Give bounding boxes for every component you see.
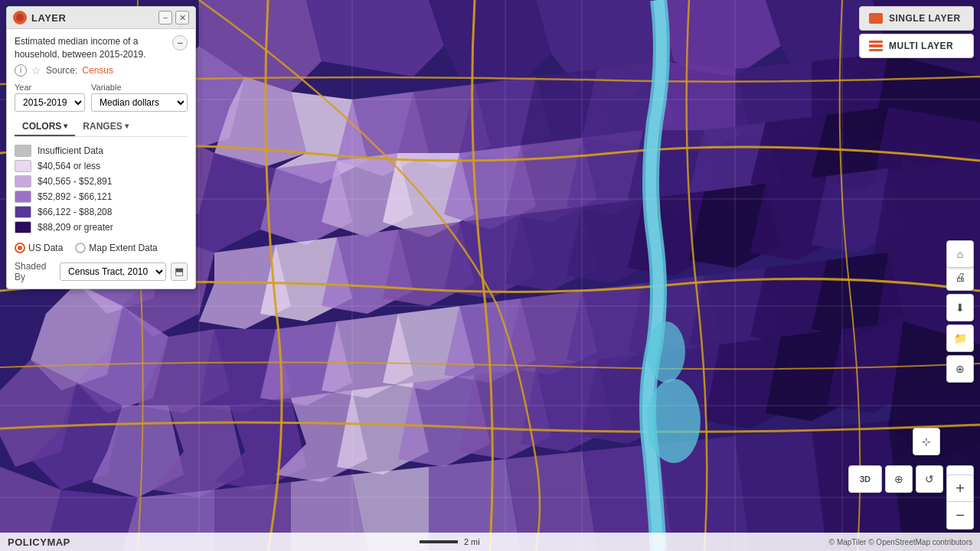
attribution-text: © MapTiler © OpenStreetMap contributors	[829, 538, 972, 546]
panel-title: LAYER	[31, 12, 66, 24]
radio-us-dot	[15, 243, 25, 253]
tab-colors[interactable]: COLORS ▾	[15, 118, 75, 136]
panel-header: LAYER − ✕	[7, 7, 195, 29]
legend-label: $40,565 - $52,891	[38, 176, 112, 187]
radio-us-data[interactable]: US Data	[15, 243, 63, 253]
cursor-tool-button[interactable]: ⊹	[913, 428, 940, 455]
legend-swatch	[15, 160, 31, 172]
legend-item: Insufficient Data	[15, 143, 188, 158]
zoom-in-button[interactable]: +	[946, 474, 974, 502]
legend-label: $66,122 - $88,208	[38, 207, 112, 217]
svg-point-92	[647, 321, 685, 383]
source-label: Source:	[46, 65, 77, 76]
legend-label: $88,209 or greater	[38, 222, 113, 233]
minimize-button[interactable]: −	[158, 11, 172, 24]
bottom-bar: POLICYMAP 2 mi © MapTiler © OpenStreetMa…	[0, 533, 980, 551]
multi-layer-button[interactable]: MULTI LAYER	[859, 34, 974, 58]
radio-extent-label: Map Extent Data	[89, 243, 157, 253]
colors-arrow-icon: ▾	[64, 122, 67, 130]
layer-switcher: SINGLE LAYER MULTI LAYER	[859, 6, 974, 58]
single-layer-icon	[869, 13, 883, 24]
download-icon-btn[interactable]: ⬇	[946, 294, 974, 321]
radio-extent-dot	[75, 243, 86, 253]
legend-item: $66,122 - $88,208	[15, 204, 188, 220]
shaded-by-select[interactable]: Census Tract, 2010	[60, 262, 166, 281]
legend-label: $52,892 - $66,121	[38, 191, 112, 202]
legend-label: Insufficient Data	[38, 145, 103, 156]
export-button[interactable]: ⬒	[171, 262, 188, 281]
favorite-icon[interactable]: ☆	[31, 64, 41, 77]
legend-swatch	[15, 191, 31, 203]
rotate-button[interactable]: ↺	[916, 465, 943, 493]
multi-layer-label: MULTI LAYER	[889, 41, 953, 51]
ranges-arrow-icon: ▾	[125, 122, 129, 130]
variable-select[interactable]: Median dollars	[91, 93, 188, 112]
policymap-logo: POLICYMAP	[8, 536, 70, 548]
home-icon-btn[interactable]: ⌂	[946, 240, 974, 268]
variable-label: Variable	[91, 83, 188, 92]
legend-label: $40,564 or less	[38, 161, 100, 171]
collapse-button[interactable]: −	[172, 35, 188, 51]
legend-swatch	[15, 206, 31, 218]
radio-us-label: US Data	[28, 243, 63, 253]
close-button[interactable]: ✕	[175, 11, 189, 24]
legend-item: $52,892 - $66,121	[15, 189, 188, 204]
info-icon[interactable]: i	[15, 64, 27, 77]
legend-swatch	[15, 221, 31, 233]
legend-swatch	[15, 175, 31, 187]
legend-list: Insufficient Data $40,564 or less $40,56…	[15, 143, 188, 235]
single-layer-label: SINGLE LAYER	[889, 13, 961, 24]
svg-point-91	[647, 379, 701, 463]
radio-extent-data[interactable]: Map Extent Data	[75, 243, 157, 253]
3d-button[interactable]: 3D	[848, 465, 882, 493]
geolocate-button[interactable]: ⊕	[885, 465, 913, 493]
description-text: Estimated median income of a household, …	[15, 35, 168, 61]
zoom-out-button[interactable]: −	[946, 502, 974, 530]
shaded-by-label: Shaded By	[15, 261, 55, 282]
legend-item: $40,564 or less	[15, 158, 188, 174]
legend-swatch	[15, 145, 31, 157]
layer-panel: LAYER − ✕ Estimated median income of a h…	[6, 6, 196, 289]
legend-item: $88,209 or greater	[15, 220, 188, 235]
year-select[interactable]: 2015-2019	[15, 93, 85, 112]
multi-layer-icon	[869, 41, 883, 51]
scale-label: 2 mi	[464, 537, 480, 546]
folder-icon-btn[interactable]: 📁	[946, 324, 974, 352]
single-layer-button[interactable]: SINGLE LAYER	[859, 6, 974, 31]
legend-item: $40,565 - $52,891	[15, 174, 188, 189]
source-link[interactable]: Census	[82, 65, 113, 76]
layer-icon	[13, 11, 27, 24]
share-icon-btn[interactable]: ⊕	[946, 355, 974, 383]
scale-bar: 2 mi	[420, 537, 480, 546]
year-label: Year	[15, 83, 85, 92]
tab-ranges[interactable]: RANGES ▾	[75, 118, 136, 136]
